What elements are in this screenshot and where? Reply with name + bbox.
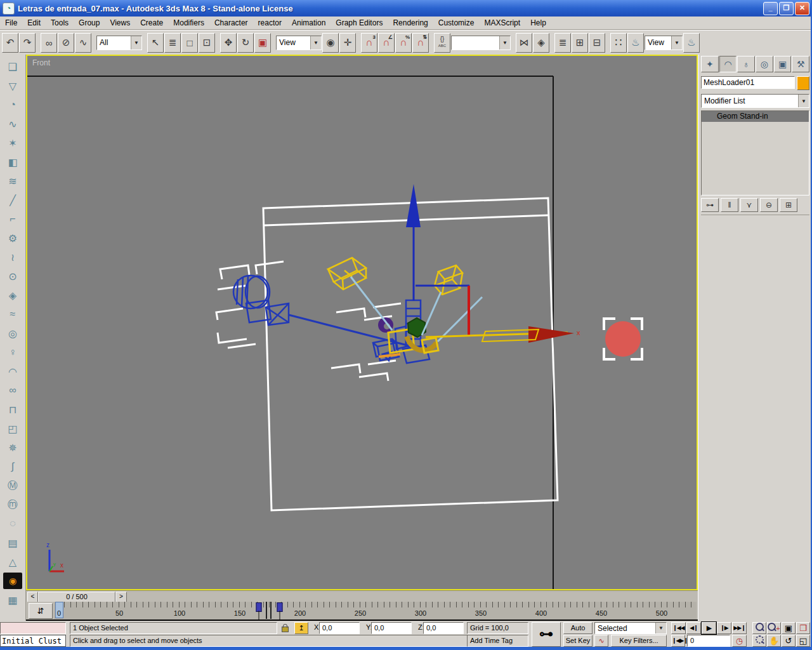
render-scene-button[interactable]: ♨: [627, 33, 644, 53]
analyze-world-icon[interactable]: △: [3, 554, 22, 570]
small-blue-box[interactable]: [373, 339, 399, 361]
min-max-toggle-button[interactable]: ◱: [796, 635, 810, 647]
point-point-constraint-icon[interactable]: ∞: [3, 382, 22, 399]
bind-to-space-warp-button[interactable]: ∿: [75, 33, 91, 53]
wind-icon[interactable]: ≀: [3, 249, 22, 265]
show-end-result-button[interactable]: ‖: [721, 198, 738, 212]
y-coord-field[interactable]: 0,0: [371, 622, 412, 634]
menu-help[interactable]: Help: [525, 17, 551, 29]
select-object-button[interactable]: ↖: [147, 33, 164, 53]
menu-customize[interactable]: Customize: [433, 17, 480, 29]
car-wheel-constraint-icon[interactable]: ◰: [3, 420, 22, 437]
menu-group[interactable]: Group: [74, 17, 105, 29]
object-name-field[interactable]: MeshLoader01: [701, 76, 795, 89]
modifier-stack-item[interactable]: Geom Stand-in: [702, 111, 809, 122]
go-to-end-button[interactable]: ▶▶❙: [732, 622, 747, 634]
select-by-name-button[interactable]: ≣: [164, 33, 181, 53]
add-time-tag[interactable]: Add Time Tag: [467, 635, 528, 647]
mirror-button[interactable]: ⋈: [516, 33, 532, 53]
set-keys-button[interactable]: ⊶: [532, 622, 561, 647]
hinge-constraint-icon[interactable]: ◠: [3, 363, 22, 380]
soft-body-modifier-icon[interactable]: ⓜ: [3, 496, 22, 513]
time-configuration-button[interactable]: ◷: [732, 635, 747, 647]
water-icon[interactable]: ≈: [3, 306, 22, 322]
select-and-link-button[interactable]: ∞: [41, 33, 57, 53]
zoom-button[interactable]: [752, 622, 766, 634]
menu-file[interactable]: File: [0, 17, 22, 29]
menu-animation[interactable]: Animation: [287, 17, 331, 29]
use-pivot-center-button[interactable]: ◉: [322, 33, 339, 53]
fracture-icon[interactable]: ◈: [3, 287, 22, 303]
deforming-mesh-collection-icon[interactable]: ✶: [3, 135, 22, 151]
time-slider-next-button[interactable]: >: [115, 592, 127, 602]
schematic-view-button[interactable]: ⊟: [589, 33, 605, 53]
constraint-solver-icon[interactable]: ◎: [3, 325, 22, 342]
trackbar-key-frame-176[interactable]: [270, 602, 272, 619]
rectangular-selection-region-button[interactable]: □: [181, 33, 198, 53]
angular-dashpot-icon[interactable]: ⌐: [3, 211, 22, 227]
viewport-canvas[interactable]: x z x y: [27, 56, 697, 589]
render-preset-arrow[interactable]: ▼: [671, 36, 682, 50]
z-coord-field[interactable]: 0,0: [423, 622, 464, 634]
transform-gizmo[interactable]: x: [406, 184, 580, 343]
yellow-dummy-1[interactable]: [328, 258, 366, 289]
dummy-brackets[interactable]: [216, 262, 401, 381]
render-preset-combo[interactable]: View ▼: [645, 36, 683, 50]
rope-constraint-icon[interactable]: ∫: [3, 458, 22, 475]
cloth-modifier-icon[interactable]: Ⓜ: [3, 477, 22, 494]
material-editor-button[interactable]: ∷: [610, 33, 627, 53]
rope-modifier-icon[interactable]: ◌: [3, 515, 22, 532]
maxscript-listener-line[interactable]: Initial Clust: [0, 635, 66, 647]
tab-utilities[interactable]: ⚒: [792, 56, 809, 72]
motor-icon[interactable]: ⚙: [3, 230, 22, 246]
unlink-selection-button[interactable]: ⊘: [58, 33, 74, 53]
trackbar-key-frame-172[interactable]: [266, 602, 267, 619]
key-filters-button[interactable]: Key Filters...: [611, 635, 667, 647]
selected-sphere[interactable]: [604, 319, 642, 359]
select-and-move-button[interactable]: ✥: [220, 33, 237, 53]
property-editor-icon[interactable]: ▤: [3, 534, 22, 551]
selection-filter-arrow[interactable]: ▼: [131, 36, 141, 50]
tab-modify[interactable]: ◠: [719, 56, 737, 72]
yellow-dummy-2[interactable]: [435, 265, 462, 295]
menu-modifiers[interactable]: Modifiers: [168, 17, 209, 29]
set-key-button[interactable]: Set Key: [563, 635, 593, 647]
redo-button[interactable]: ↷: [19, 33, 36, 53]
reference-coordinate-combo[interactable]: View ▼: [276, 36, 322, 50]
menu-reactor[interactable]: reactor: [253, 17, 287, 29]
wheel-constraint-icon[interactable]: ✵: [3, 439, 22, 456]
tab-motion[interactable]: ◎: [756, 56, 773, 72]
trackbar-key-frame-166[interactable]: [256, 602, 262, 612]
named-selection-arrow[interactable]: ▼: [499, 36, 510, 50]
undo-button[interactable]: ↶: [2, 33, 18, 53]
menu-edit[interactable]: Edit: [22, 17, 46, 29]
rope-collection-icon[interactable]: ∿: [3, 116, 22, 132]
spring-icon[interactable]: ≋: [3, 173, 22, 189]
time-slider-handle[interactable]: 0 / 500: [38, 592, 115, 602]
camera-object[interactable]: [233, 275, 289, 325]
play-animation-button[interactable]: ▶: [702, 622, 716, 634]
menu-character[interactable]: Character: [209, 17, 253, 29]
zoom-all-button[interactable]: +: [767, 622, 781, 634]
time-slider-prev-button[interactable]: <: [27, 592, 38, 602]
layer-manager-button[interactable]: ≣: [554, 33, 571, 53]
named-selection-sets-button[interactable]: {} ABC: [434, 33, 450, 53]
preview-animation-icon[interactable]: ◉: [3, 573, 22, 589]
select-and-scale-button[interactable]: ▣: [254, 33, 271, 53]
selection-set-arrow[interactable]: ▼: [655, 623, 666, 633]
make-unique-button[interactable]: ⋎: [740, 198, 758, 212]
minimize-button[interactable]: _: [763, 2, 778, 15]
percent-snap-toggle-button[interactable]: ∩ %: [395, 33, 412, 53]
remove-modifier-button[interactable]: ⊖: [760, 198, 778, 212]
tab-create[interactable]: ✦: [701, 56, 719, 72]
angle-snap-toggle-button[interactable]: ∩ ∠: [378, 33, 395, 53]
trackbar-key-frame-183[interactable]: [277, 602, 282, 612]
menu-rendering[interactable]: Rendering: [388, 17, 433, 29]
go-to-start-button[interactable]: ❙◀◀: [671, 622, 686, 634]
plane-icon[interactable]: ◧: [3, 154, 22, 170]
viewport-label[interactable]: Front: [32, 58, 50, 67]
zoom-extents-button[interactable]: ▣: [782, 622, 796, 634]
pin-stack-button[interactable]: ⊶: [701, 198, 719, 212]
align-button[interactable]: ◈: [533, 33, 549, 53]
window-crossing-toggle-button[interactable]: ⊡: [199, 33, 215, 53]
